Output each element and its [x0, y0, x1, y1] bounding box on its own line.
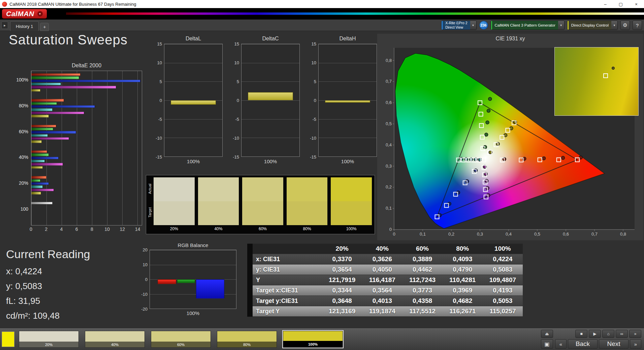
table-cell: 0,3969: [443, 287, 483, 294]
deltae-bar-magenta: [31, 163, 63, 165]
plot-area: [318, 44, 377, 157]
infinity-icon: ∞: [620, 331, 623, 336]
play-button[interactable]: ▶: [589, 330, 601, 338]
actual-swatch: [198, 177, 239, 201]
y-tick-label: -15: [233, 154, 239, 160]
meter-line2: Direct View: [445, 25, 467, 30]
table-cell: 0,5083: [483, 266, 523, 273]
double-chevron-left-icon: «: [559, 341, 562, 347]
fast-forward-button[interactable]: »: [629, 330, 641, 338]
deltae-bar-yellow: [31, 192, 41, 194]
row-label: Target y:CIE31: [253, 298, 322, 305]
help-button[interactable]: ?: [633, 21, 642, 30]
y-tick-label: 0: [160, 98, 162, 103]
swatch-label: 100%: [331, 225, 372, 233]
deltae-bar-green: [31, 76, 79, 79]
deltae-bar-blue: [31, 182, 49, 185]
transport-controls: ⏏ ▣ ■ ▶ ⌂ ∞ » « Back Next »: [541, 330, 641, 349]
tab-history-1[interactable]: History 1: [10, 21, 39, 31]
column-header: 100%: [483, 245, 523, 252]
swatch-grid: 20%40%60%80%100%: [154, 175, 375, 234]
add-tab-button[interactable]: +: [40, 23, 49, 31]
svg-text:0,4: 0,4: [386, 142, 392, 147]
deltae-2000-chart: DeltaE 2000 100%80%60%40%20%100 02468101…: [13, 63, 142, 236]
group-label: 100%: [16, 77, 28, 82]
y-axis: 151050-5-10-15: [228, 44, 241, 157]
meter-dropdown[interactable]: X-Rite i1Pro 2 Direct View ▼: [441, 21, 476, 30]
table-cell: 116,2671: [443, 308, 483, 315]
table-cell: 112,7243: [402, 276, 442, 284]
pattern-generator-dropdown[interactable]: CalMAN Client 3 Pattern Generator ▼: [491, 21, 565, 30]
y-tick-label: 0: [237, 98, 239, 103]
app-icon: [2, 2, 7, 7]
pattern-swatch-100%[interactable]: 100%: [283, 331, 343, 348]
saturation-swatch-column: 20%: [154, 177, 195, 233]
deltae-bar-magenta: [31, 112, 84, 114]
pattern-swatch-80%[interactable]: 80%: [217, 331, 277, 348]
meter-label: X-Rite i1Pro 2 Direct View: [442, 21, 470, 30]
dl-bar: [171, 100, 216, 105]
saturation-swatch-column: 100%: [331, 177, 372, 233]
eject-button[interactable]: ⏏: [541, 330, 553, 338]
calman-logo-menu[interactable]: CalMAN ▼: [2, 9, 47, 19]
rgb-bar-red: [158, 279, 176, 284]
pattern-window-button[interactable]: ▣: [541, 339, 553, 349]
x-tick-label: 14: [135, 226, 140, 232]
row-label: x: CIE31: [253, 256, 322, 263]
column-header: 20%: [322, 245, 362, 252]
reading-fl: fL: 31,95: [6, 296, 90, 306]
deltae-bar-green: [31, 128, 53, 130]
row-label: y: CIE31: [253, 266, 322, 273]
pattern-swatch-label: 80%: [217, 342, 277, 347]
measured-point-red: [561, 156, 565, 160]
pattern-swatch-20%[interactable]: 20%: [19, 331, 79, 348]
svg-text:0,1: 0,1: [420, 232, 426, 237]
x-tick-label: 0: [30, 226, 32, 232]
gridline: [62, 71, 62, 225]
measured-point-red: [542, 156, 546, 160]
table-cell: 121,3169: [322, 308, 362, 315]
continuous-read-button[interactable]: ∞: [616, 330, 628, 338]
table-cell: 0,3564: [362, 287, 402, 294]
y-tick-label: 10: [234, 60, 239, 65]
next-button[interactable]: Next: [599, 339, 629, 349]
maximize-button[interactable]: ▢: [613, 0, 629, 8]
y-tick-label: -15: [310, 154, 316, 160]
skip-back-button[interactable]: «: [555, 339, 567, 349]
gridline: [242, 63, 299, 63]
gridline: [319, 138, 377, 138]
skip-forward-button[interactable]: »: [630, 339, 641, 349]
table-cell: 0,4193: [483, 287, 523, 294]
display-control-dropdown[interactable]: Direct Display Control ▼: [567, 21, 618, 30]
gridline: [122, 71, 123, 225]
gridline: [242, 156, 299, 157]
y-tick-label: -5: [158, 117, 162, 122]
table-row: Target x:CIE310,33440,35640,37730,39690,…: [253, 285, 523, 296]
workflow-pane-toggle[interactable]: ▸: [1, 22, 8, 29]
back-button[interactable]: Back: [568, 339, 598, 349]
gridline: [137, 71, 138, 225]
meter-reading-badge: 236: [479, 21, 488, 30]
tab-bar: ▸ History 1 + X-Rite i1Pro 2 Direct View…: [0, 20, 644, 31]
target-swatch: [287, 201, 328, 225]
table-cell: 115,0257: [483, 308, 523, 315]
stop-button[interactable]: ■: [575, 330, 587, 338]
row-label: Target x:CIE31: [253, 287, 322, 294]
home-button[interactable]: ⌂: [602, 330, 614, 338]
deltae-bar-yellow: [31, 115, 49, 117]
brand-row: CalMAN ▼: [0, 8, 644, 20]
x-tick-label: 12: [120, 226, 125, 232]
table-cell: 117,5512: [402, 308, 442, 315]
deltae-bar-green: [31, 102, 57, 105]
double-chevron-right-icon: »: [634, 341, 637, 347]
pattern-swatch-40%[interactable]: 40%: [85, 331, 145, 348]
y-axis: 20100-10-20: [134, 250, 150, 309]
minimize-button[interactable]: –: [598, 0, 613, 8]
pattern-swatch-60%[interactable]: 60%: [151, 331, 211, 348]
table-cell: 0,4682: [443, 297, 483, 305]
table-row: Target Y121,3169119,1874117,5512116,2671…: [253, 306, 523, 317]
cie-zoom-inset: [554, 47, 639, 116]
y-tick-label: -10: [233, 136, 239, 141]
close-button[interactable]: ×: [629, 0, 644, 8]
settings-button[interactable]: ⚙: [620, 21, 630, 30]
